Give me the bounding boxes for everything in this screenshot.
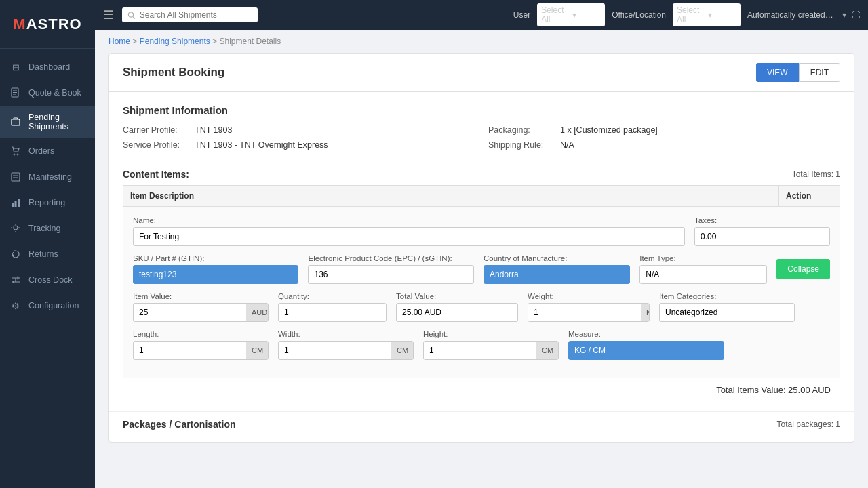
width-label: Width: <box>278 330 414 338</box>
country-field[interactable] <box>484 265 630 284</box>
office-label: Office/Location <box>612 10 666 20</box>
item-categories-label: Item Categories: <box>659 292 795 300</box>
total-items-label: Total Items: 1 <box>792 169 840 179</box>
form-group-epc: Electronic Product Code (EPC) / (sGTIN): <box>308 254 473 284</box>
item-value-label: Item Value: <box>133 292 269 300</box>
item-categories-field[interactable] <box>659 303 795 322</box>
svg-point-13 <box>14 226 18 230</box>
expand-icon[interactable]: ⛶ <box>852 10 860 20</box>
user-label: User <box>513 10 530 20</box>
breadcrumb-home[interactable]: Home <box>108 37 130 46</box>
sidebar-item-cross-dock[interactable]: Cross Dock <box>0 267 95 293</box>
sidebar-item-dashboard[interactable]: ⊞ Dashboard <box>0 54 95 80</box>
taxes-field[interactable] <box>694 227 830 246</box>
search-input[interactable] <box>140 10 252 20</box>
manifesting-icon <box>9 171 22 183</box>
sku-field-label: SKU / Part # (GTIN): <box>133 254 298 262</box>
sidebar-item-quote-book[interactable]: Quote & Book <box>0 80 95 106</box>
weight-field[interactable] <box>528 304 641 321</box>
sku-field[interactable] <box>133 265 298 284</box>
svg-rect-4 <box>12 119 20 125</box>
name-field[interactable] <box>133 227 685 246</box>
shipment-info-grid: Carrier Profile: TNT 1903 Packaging: 1 x… <box>123 125 840 150</box>
sidebar-item-orders[interactable]: Orders <box>0 138 95 164</box>
card-header: Shipment Booking VIEW EDIT <box>109 54 854 92</box>
quantity-label: Quantity: <box>278 292 387 300</box>
total-packages-label: Total packages: 1 <box>777 420 840 429</box>
shipping-rule-row: Shipping Rule: N/A <box>488 140 840 150</box>
country-field-label: Country of Manufacture: <box>484 254 630 262</box>
edit-button[interactable]: EDIT <box>799 63 840 82</box>
sidebar-nav: ⊞ Dashboard Quote & Book Pending <box>0 49 95 488</box>
form-group-width: Width: CM <box>278 330 414 360</box>
svg-rect-12 <box>18 199 20 207</box>
name-field-label: Name: <box>133 216 685 224</box>
length-field[interactable] <box>134 342 246 359</box>
total-value-label: Total Value: <box>396 292 518 300</box>
user-select[interactable]: Select All ▾ <box>537 3 605 26</box>
user-select-value: Select All <box>541 5 570 24</box>
epc-field[interactable] <box>308 265 473 284</box>
item-type-field[interactable] <box>639 265 767 284</box>
svg-rect-11 <box>15 201 17 207</box>
collapse-button[interactable]: Collapse <box>776 259 830 279</box>
width-input-wrapper: CM <box>278 341 414 360</box>
measure-field[interactable] <box>568 341 724 360</box>
form-group-total-value: Total Value: <box>396 292 518 322</box>
form-group-country: Country of Manufacture: <box>484 254 630 284</box>
sidebar-item-label: Dashboard <box>28 62 70 72</box>
topbar: ☰ User Select All ▾ Office/Location Sele… <box>95 0 868 30</box>
sidebar-item-label: Pending Shipments <box>28 113 85 131</box>
item-value-field[interactable] <box>134 304 246 321</box>
table-header-row: Item Description Action <box>123 186 840 207</box>
menu-icon[interactable]: ☰ <box>103 7 114 22</box>
topbar-icons: ▾ ⛶ <box>842 10 860 20</box>
sidebar-item-returns[interactable]: Returns <box>0 241 95 267</box>
length-input-wrapper: CM <box>133 341 269 360</box>
svg-point-6 <box>17 154 18 155</box>
form-group-height: Height: CM <box>423 330 559 360</box>
sidebar-item-label: Reporting <box>28 198 65 207</box>
breadcrumb-current: Shipment Details <box>219 37 281 46</box>
items-table: Item Description Action <box>123 185 840 207</box>
sidebar: MASTRO ⊞ Dashboard Quote & Book <box>0 0 95 488</box>
height-field[interactable] <box>424 342 536 359</box>
shipment-booking-card: Shipment Booking VIEW EDIT Shipment Info… <box>108 53 854 443</box>
account-text: Automatically created acc... <box>747 10 835 20</box>
service-profile-row: Service Profile: TNT 1903 - TNT Overnigh… <box>123 140 475 150</box>
breadcrumb-pending-shipments[interactable]: Pending Shipments <box>140 37 210 46</box>
packaging-label: Packaging: <box>488 125 556 135</box>
item-value-input-wrapper: AUD <box>133 303 269 322</box>
dropdown-icon[interactable]: ▾ <box>842 10 846 20</box>
height-unit: CM <box>536 342 559 359</box>
view-button[interactable]: VIEW <box>756 63 799 82</box>
height-input-wrapper: CM <box>423 341 559 360</box>
page-title: Shipment Booking <box>123 66 224 79</box>
header-buttons: VIEW EDIT <box>756 63 840 82</box>
main-content: ☰ User Select All ▾ Office/Location Sele… <box>95 0 868 488</box>
length-unit: CM <box>246 342 269 359</box>
sidebar-item-label: Configuration <box>28 301 79 310</box>
office-select[interactable]: Select All ▾ <box>673 3 741 26</box>
sidebar-item-reporting[interactable]: Reporting <box>0 190 95 216</box>
quote-book-icon <box>9 87 22 99</box>
reporting-icon <box>9 197 22 209</box>
width-field[interactable] <box>279 342 391 359</box>
office-select-arrow: ▾ <box>708 10 736 20</box>
sidebar-item-label: Tracking <box>28 224 60 233</box>
sidebar-item-tracking[interactable]: Tracking <box>0 216 95 241</box>
packaging-row: Packaging: 1 x [Customized package] <box>488 125 840 135</box>
sidebar-item-configuration[interactable]: ⚙ Configuration <box>0 293 95 319</box>
packages-header: Packages / Cartonisation Total packages:… <box>123 419 840 430</box>
epc-field-label: Electronic Product Code (EPC) / (sGTIN): <box>308 254 473 262</box>
sidebar-item-pending-shipments[interactable]: Pending Shipments <box>0 106 95 138</box>
item-type-label: Item Type: <box>639 254 767 262</box>
sidebar-item-manifesting[interactable]: Manifesting <box>0 164 95 190</box>
quantity-field[interactable] <box>278 303 387 322</box>
total-value-field[interactable] <box>396 303 518 322</box>
orders-icon <box>9 145 22 157</box>
sidebar-item-label: Quote & Book <box>28 88 81 98</box>
logo-text: MASTRO <box>13 16 81 33</box>
form-row-sku-etc: SKU / Part # (GTIN): Electronic Product … <box>133 254 830 284</box>
topbar-controls: User Select All ▾ Office/Location Select… <box>513 3 860 26</box>
